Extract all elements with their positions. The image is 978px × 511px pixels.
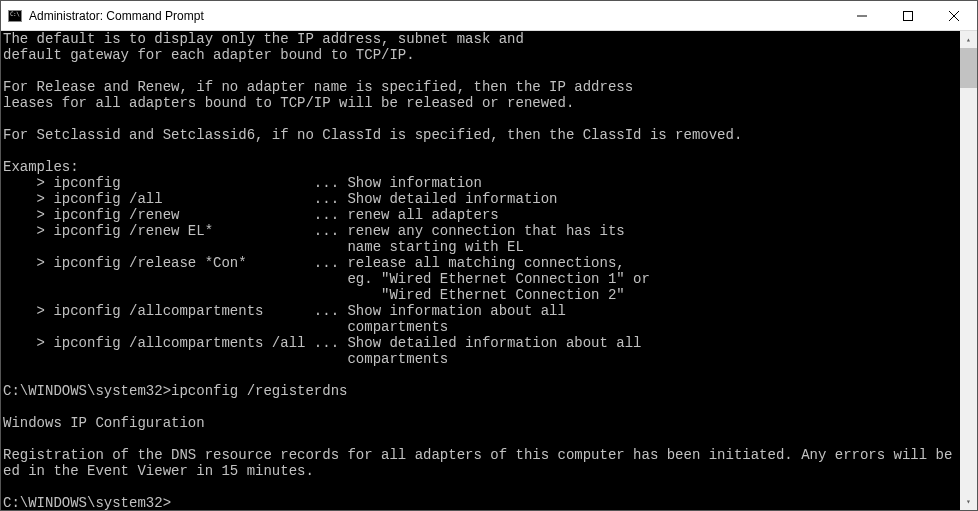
cmd-icon [7, 8, 23, 24]
terminal-line: leases for all adapters bound to TCP/IP … [3, 95, 958, 111]
terminal-line: Windows IP Configuration [3, 415, 958, 431]
svg-rect-1 [904, 11, 913, 20]
terminal-line [3, 111, 958, 127]
terminal-line: C:\WINDOWS\system32>ipconfig /registerdn… [3, 383, 958, 399]
command-prompt-window: Administrator: Command Prompt The defaul… [0, 0, 978, 511]
terminal-line: > ipconfig /release *Con* ... release al… [3, 255, 958, 271]
terminal-line [3, 63, 958, 79]
scroll-down-arrow[interactable]: ▾ [960, 493, 977, 510]
window-controls [839, 1, 977, 30]
terminal-line: Registration of the DNS resource records… [3, 447, 958, 463]
vertical-scrollbar[interactable]: ▴ ▾ [960, 31, 977, 510]
terminal-line: "Wired Ethernet Connection 2" [3, 287, 958, 303]
terminal-line: > ipconfig /allcompartments /all ... Sho… [3, 335, 958, 351]
titlebar[interactable]: Administrator: Command Prompt [1, 1, 977, 31]
terminal-line: For Release and Renew, if no adapter nam… [3, 79, 958, 95]
terminal-output[interactable]: The default is to display only the IP ad… [1, 31, 960, 510]
window-title: Administrator: Command Prompt [29, 9, 839, 23]
prompt-line[interactable]: C:\WINDOWS\system32> [3, 495, 958, 510]
terminal-line: ed in the Event Viewer in 15 minutes. [3, 463, 958, 479]
terminal-line: > ipconfig /renew ... renew all adapters [3, 207, 958, 223]
terminal-line: > ipconfig /allcompartments ... Show inf… [3, 303, 958, 319]
terminal-line: name starting with EL [3, 239, 958, 255]
terminal-line [3, 479, 958, 495]
terminal-line: eg. "Wired Ethernet Connection 1" or [3, 271, 958, 287]
terminal-line [3, 367, 958, 383]
terminal-line: > ipconfig ... Show information [3, 175, 958, 191]
terminal-line: The default is to display only the IP ad… [3, 31, 958, 47]
terminal-line: default gateway for each adapter bound t… [3, 47, 958, 63]
terminal-line [3, 399, 958, 415]
terminal-line: Examples: [3, 159, 958, 175]
terminal-line: > ipconfig /renew EL* ... renew any conn… [3, 223, 958, 239]
scroll-track[interactable] [960, 48, 977, 493]
terminal-line: For Setclassid and Setclassid6, if no Cl… [3, 127, 958, 143]
minimize-button[interactable] [839, 1, 885, 30]
terminal-line [3, 431, 958, 447]
client-area: The default is to display only the IP ad… [1, 31, 977, 510]
terminal-line: compartments [3, 351, 958, 367]
terminal-line: compartments [3, 319, 958, 335]
maximize-button[interactable] [885, 1, 931, 30]
scroll-up-arrow[interactable]: ▴ [960, 31, 977, 48]
prompt-text: C:\WINDOWS\system32> [3, 495, 171, 510]
terminal-line: > ipconfig /all ... Show detailed inform… [3, 191, 958, 207]
terminal-line [3, 143, 958, 159]
close-button[interactable] [931, 1, 977, 30]
scroll-thumb[interactable] [960, 48, 977, 88]
